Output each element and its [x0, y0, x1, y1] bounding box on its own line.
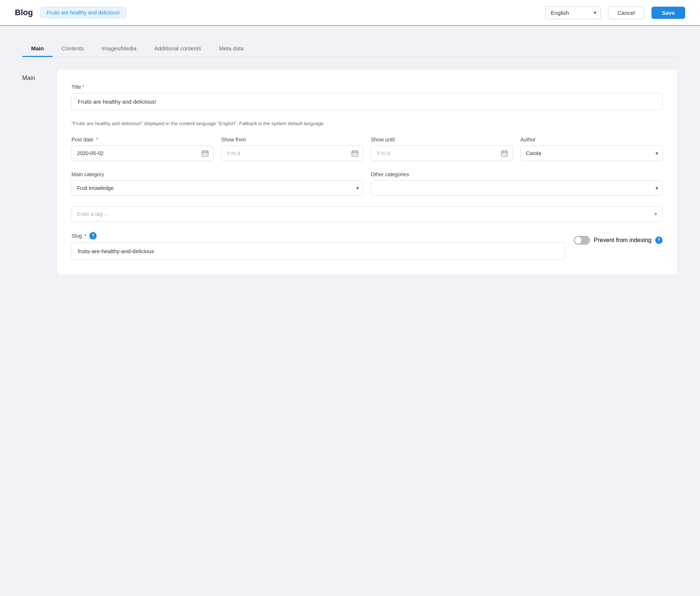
post-date-input[interactable]	[72, 146, 197, 161]
prevent-indexing-help-icon[interactable]: ?	[655, 237, 663, 244]
tab-meta-data[interactable]: Meta data	[210, 41, 253, 57]
svg-rect-7	[356, 154, 357, 154]
other-categories-select-wrapper[interactable]	[371, 180, 663, 196]
calendar-icon	[501, 150, 508, 157]
svg-rect-1	[203, 154, 204, 154]
other-categories-label: Other categories	[371, 171, 663, 177]
svg-rect-2	[205, 154, 206, 154]
post-date-wrapper	[71, 145, 214, 161]
main-card: Title* "Fruits are healthy and delicious…	[56, 69, 678, 275]
author-select[interactable]: Carola	[520, 145, 663, 161]
tab-images-media[interactable]: Images/Media	[93, 41, 145, 57]
show-until-label: Show until	[371, 137, 513, 143]
post-date-label: Post date *	[71, 137, 214, 143]
show-from-col: Show from	[221, 137, 363, 161]
main-category-select[interactable]: Fruit knowledge	[71, 180, 363, 196]
other-categories-col: Other categories	[371, 171, 663, 196]
categories-row: Main category Fruit knowledge Other cate…	[71, 171, 663, 196]
svg-rect-6	[354, 154, 355, 154]
hint-text: "Fruits are healthy and delicious!" disp…	[71, 121, 663, 126]
tab-additional-contents[interactable]: Additional contents	[145, 41, 210, 57]
title-field-group: Title*	[71, 84, 663, 110]
show-from-wrapper	[221, 145, 363, 161]
language-select-wrapper[interactable]: English	[545, 6, 601, 19]
show-until-calendar-button[interactable]	[496, 147, 513, 160]
tab-contents[interactable]: Contents	[53, 41, 93, 57]
page-body: Main Contents Images/Media Additional co…	[0, 26, 700, 290]
cancel-button[interactable]: Cancel	[608, 6, 644, 19]
svg-rect-11	[506, 154, 506, 154]
tag-input-wrapper[interactable]: Enter a tag... ▾	[71, 206, 663, 222]
other-categories-select[interactable]	[371, 180, 663, 196]
author-col: Author Carola	[520, 137, 663, 161]
prevent-indexing-label: Prevent from indexing	[594, 237, 651, 244]
calendar-icon	[351, 150, 359, 157]
tags-field-group: Enter a tag... ▾	[71, 206, 663, 222]
author-label: Author	[520, 137, 663, 143]
author-select-wrapper[interactable]: Carola	[520, 145, 663, 161]
slug-row: Slug * ? Prevent from indexing ?	[71, 232, 663, 260]
svg-rect-5	[353, 154, 354, 154]
calendar-icon	[201, 150, 209, 157]
svg-rect-3	[206, 154, 207, 154]
page-header: Blog Fruits are healthy and delicious! E…	[0, 0, 700, 26]
slug-label: Slug *	[71, 233, 86, 239]
svg-rect-9	[503, 154, 503, 154]
slug-input[interactable]	[71, 242, 565, 260]
language-select[interactable]: English	[545, 6, 601, 19]
show-from-calendar-button[interactable]	[347, 147, 363, 160]
slug-left: Slug * ?	[71, 232, 565, 260]
slug-label-row: Slug * ?	[71, 232, 565, 240]
main-category-label: Main category	[71, 171, 363, 177]
show-until-input[interactable]	[371, 146, 496, 161]
chevron-down-icon: ▾	[654, 211, 657, 217]
main-category-select-wrapper[interactable]: Fruit knowledge	[71, 180, 363, 196]
slug-help-icon[interactable]: ?	[89, 232, 97, 240]
title-label: Title*	[71, 84, 663, 90]
svg-rect-10	[504, 154, 505, 154]
section-label: Main	[22, 69, 44, 275]
save-button[interactable]: Save	[651, 7, 685, 19]
show-from-label: Show from	[221, 137, 363, 143]
tab-main[interactable]: Main	[22, 41, 53, 57]
tag-placeholder: Enter a tag...	[77, 211, 654, 217]
show-until-col: Show until	[371, 137, 513, 161]
main-category-col: Main category Fruit knowledge	[71, 171, 363, 196]
article-title-badge: Fruits are healthy and delicious!	[40, 7, 126, 18]
post-date-col: Post date *	[71, 137, 214, 161]
dates-row: Post date *	[71, 137, 663, 161]
show-until-wrapper	[371, 145, 513, 161]
title-input[interactable]	[71, 93, 663, 110]
content-layout: Main Title* "Fruits are healthy and deli…	[22, 69, 678, 275]
tab-bar: Main Contents Images/Media Additional co…	[22, 41, 678, 57]
prevent-indexing-toggle[interactable]	[574, 236, 590, 245]
slug-right: Prevent from indexing ?	[574, 232, 663, 245]
post-date-calendar-button[interactable]	[197, 147, 213, 160]
page-title: Blog	[15, 8, 33, 17]
show-from-input[interactable]	[221, 146, 347, 161]
